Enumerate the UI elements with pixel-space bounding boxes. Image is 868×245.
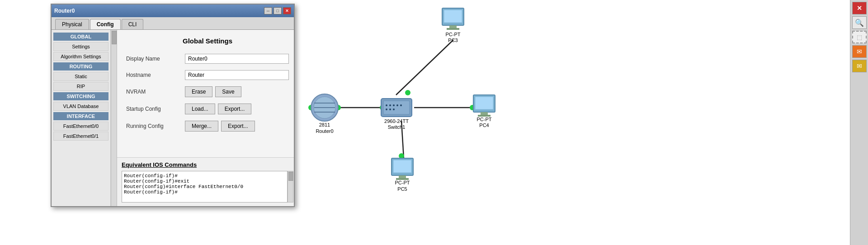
nvram-row: NVRAM Erase Save bbox=[126, 86, 289, 97]
svg-rect-27 bbox=[444, 10, 462, 23]
running-config-label: Running Config bbox=[126, 123, 185, 129]
toolbar-receive-btn[interactable]: ✉ bbox=[852, 60, 867, 72]
hostname-input[interactable] bbox=[185, 70, 289, 80]
svg-text:PC-PT: PC-PT bbox=[446, 32, 461, 37]
svg-point-20 bbox=[393, 104, 395, 106]
ios-scrollbar[interactable] bbox=[288, 171, 293, 203]
tab-cli[interactable]: CLI bbox=[122, 19, 144, 29]
svg-text:PC-PT: PC-PT bbox=[395, 180, 410, 185]
modal-body: GLOBAL Settings Algorithm Settings ROUTI… bbox=[52, 30, 294, 206]
svg-text:Switch1: Switch1 bbox=[388, 124, 406, 130]
hostname-label: Hostname bbox=[126, 72, 185, 78]
titlebar-controls: ─ □ ✕ bbox=[264, 7, 291, 14]
display-name-row: Display Name bbox=[126, 54, 289, 64]
sidebar-item-algorithm-settings[interactable]: Algorithm Settings bbox=[53, 52, 108, 61]
svg-text:2811: 2811 bbox=[319, 122, 330, 127]
svg-text:PC5: PC5 bbox=[397, 186, 407, 192]
svg-rect-29 bbox=[447, 28, 459, 30]
toolbar-close-btn[interactable]: ✕ bbox=[852, 2, 867, 14]
svg-text:2960-24TT: 2960-24TT bbox=[384, 118, 409, 124]
svg-point-24 bbox=[389, 108, 391, 110]
router-config-window: Router0 ─ □ ✕ Physical Config CLI GLOBAL… bbox=[51, 4, 295, 207]
load-button[interactable]: Load... bbox=[185, 104, 215, 114]
modal-sidebar: GLOBAL Settings Algorithm Settings ROUTI… bbox=[52, 30, 111, 206]
sidebar-header-interface: INTERFACE bbox=[53, 112, 108, 120]
startup-config-buttons: Load... Export... bbox=[185, 104, 251, 114]
sidebar-scrollbar[interactable] bbox=[111, 30, 117, 206]
display-name-input[interactable] bbox=[185, 54, 289, 64]
svg-rect-32 bbox=[481, 112, 488, 115]
sidebar-item-vlan-database[interactable]: VLAN Database bbox=[53, 102, 108, 111]
svg-point-25 bbox=[393, 108, 395, 110]
minimize-btn[interactable]: ─ bbox=[264, 7, 272, 14]
svg-point-18 bbox=[386, 104, 387, 106]
svg-rect-28 bbox=[449, 25, 457, 28]
sidebar-item-settings[interactable]: Settings bbox=[53, 42, 108, 51]
svg-point-22 bbox=[400, 104, 402, 106]
erase-button[interactable]: Erase bbox=[185, 86, 212, 97]
svg-text:PC4: PC4 bbox=[479, 122, 489, 128]
nvram-label: NVRAM bbox=[126, 89, 185, 95]
svg-point-19 bbox=[389, 104, 391, 106]
sidebar-item-fastethernet0-0[interactable]: FastEthernet0/0 bbox=[53, 122, 108, 131]
sidebar-item-static[interactable]: Static bbox=[53, 72, 108, 81]
toolbar-send-btn[interactable]: ✉ bbox=[852, 45, 867, 58]
modal-titlebar: Router0 ─ □ ✕ bbox=[52, 5, 294, 17]
content-title: Global Settings bbox=[126, 37, 289, 45]
ios-title: Equivalent IOS Commands bbox=[122, 161, 293, 168]
export-running-button[interactable]: Export... bbox=[221, 121, 255, 132]
merge-button[interactable]: Merge... bbox=[185, 121, 218, 132]
svg-rect-31 bbox=[475, 97, 493, 109]
svg-text:Router0: Router0 bbox=[316, 128, 333, 134]
ios-commands-section: Equivalent IOS Commands bbox=[117, 157, 294, 206]
svg-rect-36 bbox=[399, 175, 406, 178]
sidebar-header-routing: ROUTING bbox=[53, 62, 108, 71]
tab-config[interactable]: Config bbox=[90, 19, 121, 29]
right-toolbar: ✕ 🔍 ⬚ ✉ ✉ bbox=[850, 0, 868, 245]
maximize-btn[interactable]: □ bbox=[274, 7, 282, 14]
svg-text:PC-PT: PC-PT bbox=[477, 117, 492, 122]
display-name-label: Display Name bbox=[126, 56, 185, 62]
startup-config-row: Startup Config Load... Export... bbox=[126, 104, 289, 114]
sidebar-item-fastethernet0-1[interactable]: FastEthernet0/1 bbox=[53, 132, 108, 141]
svg-rect-17 bbox=[383, 101, 410, 114]
svg-point-21 bbox=[396, 104, 398, 106]
sidebar-header-global: GLOBAL bbox=[53, 33, 108, 41]
modal-tabs: Physical Config CLI bbox=[52, 17, 294, 30]
hostname-row: Hostname bbox=[126, 70, 289, 80]
close-btn[interactable]: ✕ bbox=[283, 7, 291, 14]
ios-console[interactable] bbox=[122, 171, 288, 203]
startup-config-label: Startup Config bbox=[126, 106, 185, 112]
sidebar-header-switching: SWITCHING bbox=[53, 92, 108, 100]
ios-console-wrapper bbox=[122, 171, 293, 203]
config-content-area: Global Settings Display Name Hostname NV… bbox=[117, 30, 294, 206]
svg-text:PC3: PC3 bbox=[448, 38, 458, 43]
svg-point-4 bbox=[405, 90, 410, 95]
svg-line-3 bbox=[396, 40, 453, 95]
nvram-buttons: Erase Save bbox=[185, 86, 241, 97]
toolbar-select-btn[interactable]: ⬚ bbox=[852, 31, 867, 43]
toolbar-search-btn[interactable]: 🔍 bbox=[852, 16, 867, 29]
export-startup-button[interactable]: Export... bbox=[218, 104, 252, 114]
svg-point-23 bbox=[386, 108, 387, 110]
sidebar-item-rip[interactable]: RIP bbox=[53, 82, 108, 91]
running-config-buttons: Merge... Export... bbox=[185, 121, 255, 132]
modal-title: Router0 bbox=[54, 8, 75, 14]
tab-physical[interactable]: Physical bbox=[55, 19, 89, 29]
save-button[interactable]: Save bbox=[215, 86, 241, 97]
running-config-row: Running Config Merge... Export... bbox=[126, 121, 289, 132]
global-settings-panel: Global Settings Display Name Hostname NV… bbox=[117, 30, 294, 157]
svg-rect-35 bbox=[393, 160, 411, 173]
